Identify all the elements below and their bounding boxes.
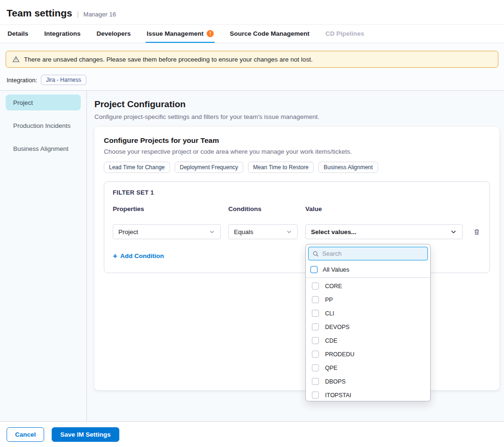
checkbox[interactable] bbox=[312, 351, 319, 358]
option-prodedu[interactable]: PRODEDU bbox=[306, 347, 430, 361]
checkbox[interactable] bbox=[312, 378, 319, 385]
chevron-down-icon bbox=[450, 228, 457, 235]
settings-sidebar: Project Production Incidents Business Al… bbox=[0, 91, 87, 421]
integration-row: Integration: Jira - Harness bbox=[7, 75, 497, 85]
option-devops[interactable]: DEVOPS bbox=[306, 320, 430, 334]
integration-label: Integration: bbox=[7, 77, 37, 84]
tab-source-code-management[interactable]: Source Code Management bbox=[229, 25, 310, 43]
value-placeholder: Select values... bbox=[311, 228, 357, 235]
checkbox[interactable] bbox=[312, 364, 319, 371]
option-qpe[interactable]: QPE bbox=[306, 361, 430, 375]
option-itopstai[interactable]: ITOPSTAI bbox=[306, 388, 430, 401]
chevron-down-icon bbox=[209, 229, 215, 235]
option-all-values[interactable]: All Values bbox=[306, 263, 430, 278]
checkbox[interactable] bbox=[312, 323, 319, 330]
page-header: Team settings | Manager 16 bbox=[0, 0, 504, 24]
checkbox[interactable] bbox=[312, 282, 319, 290]
tab-integrations[interactable]: Integrations bbox=[43, 25, 81, 43]
trash-icon bbox=[473, 228, 481, 236]
settings-tabbar: Details Integrations Developers Issue Ma… bbox=[0, 24, 504, 43]
option-core[interactable]: CORE bbox=[306, 279, 430, 293]
search-icon bbox=[312, 251, 319, 257]
save-im-settings-button[interactable]: Save IM Settings bbox=[52, 427, 119, 442]
checkbox[interactable] bbox=[312, 337, 319, 344]
chip-mean-time-to-restore[interactable]: Mean Time to Restore bbox=[248, 162, 314, 173]
checkbox-all-values[interactable] bbox=[310, 266, 318, 273]
option-cde[interactable]: CDE bbox=[306, 334, 430, 347]
option-cli[interactable]: CLI bbox=[306, 306, 430, 320]
team-name-label: Manager 16 bbox=[84, 11, 116, 18]
value-dropdown-panel: All Values CORE PP CLI DEVOPS CDE PRODED… bbox=[305, 244, 431, 401]
dropdown-options-list[interactable]: CORE PP CLI DEVOPS CDE PRODEDU QPE DBOPS… bbox=[306, 278, 430, 401]
value-column-header: Value bbox=[305, 205, 463, 212]
warning-triangle-icon bbox=[12, 55, 20, 63]
card-title: Configure Projects for your Team bbox=[104, 136, 490, 145]
sidebar-item-business-alignment[interactable]: Business Alignment bbox=[6, 141, 81, 157]
filter-column-headers: Properties Conditions Value bbox=[113, 205, 481, 212]
action-footer: Cancel Save IM Settings bbox=[0, 421, 504, 447]
dropdown-search-box bbox=[308, 247, 428, 260]
option-pp[interactable]: PP bbox=[306, 293, 430, 306]
filter-set-title: FILTER SET 1 bbox=[113, 189, 481, 196]
cancel-button[interactable]: Cancel bbox=[7, 427, 44, 442]
metric-chips-row: Lead Time for Change Deployment Frequenc… bbox=[104, 162, 490, 173]
conditions-select[interactable]: Equals bbox=[228, 224, 298, 239]
unsaved-changes-banner: There are unsaved changes. Please save t… bbox=[6, 51, 498, 68]
configure-projects-card: Configure Projects for your Team Choose … bbox=[94, 127, 499, 390]
chip-deployment-frequency[interactable]: Deployment Frequency bbox=[175, 162, 243, 173]
tab-cd-pipelines: CD Pipelines bbox=[325, 25, 365, 43]
section-title: Project Configuration bbox=[94, 99, 499, 110]
tab-issue-management[interactable]: Issue Management ! bbox=[146, 25, 215, 43]
tab-developers[interactable]: Developers bbox=[96, 25, 132, 43]
tab-details[interactable]: Details bbox=[7, 25, 29, 43]
card-subtitle: Choose your respective project or code a… bbox=[104, 148, 490, 155]
chip-lead-time-for-change[interactable]: Lead Time for Change bbox=[104, 162, 170, 173]
banner-text: There are unsaved changes. Please save t… bbox=[24, 56, 313, 63]
filter-set-1: FILTER SET 1 Properties Conditions Value… bbox=[104, 181, 490, 273]
checkbox[interactable] bbox=[312, 392, 319, 399]
delete-condition-button[interactable] bbox=[470, 225, 483, 238]
properties-select[interactable]: Project bbox=[113, 224, 221, 239]
page-title: Team settings bbox=[7, 8, 72, 19]
notice-section: There are unsaved changes. Please save t… bbox=[0, 43, 504, 90]
checkbox[interactable] bbox=[312, 310, 319, 317]
team-settings-page: Team settings | Manager 16 Details Integ… bbox=[0, 0, 504, 447]
content-area: Project Production Incidents Business Al… bbox=[0, 90, 504, 421]
title-divider: | bbox=[77, 10, 79, 18]
unsaved-alert-badge-icon: ! bbox=[207, 30, 214, 37]
main-panel: Project Configuration Configure project-… bbox=[87, 91, 504, 421]
value-multiselect[interactable]: Select values... bbox=[305, 224, 463, 239]
chip-business-alignment[interactable]: Business Alignment bbox=[318, 162, 378, 173]
sidebar-item-production-incidents[interactable]: Production Incidents bbox=[6, 118, 81, 133]
integration-chip-jira-harness[interactable]: Jira - Harness bbox=[41, 75, 86, 85]
conditions-column-header: Conditions bbox=[228, 205, 298, 212]
filter-condition-row: Project Equals bbox=[113, 224, 481, 239]
checkbox[interactable] bbox=[312, 296, 319, 303]
conditions-selected-value: Equals bbox=[234, 228, 253, 235]
properties-column-header: Properties bbox=[113, 205, 221, 212]
plus-icon: + bbox=[113, 252, 117, 260]
sidebar-item-project[interactable]: Project bbox=[6, 94, 81, 110]
option-dbops[interactable]: DBOPS bbox=[306, 375, 430, 388]
section-subtitle: Configure project-specific settings and … bbox=[94, 113, 499, 120]
chevron-down-icon bbox=[286, 229, 292, 235]
properties-selected-value: Project bbox=[118, 228, 138, 235]
search-input[interactable] bbox=[322, 250, 424, 257]
add-condition-button[interactable]: + Add Condition bbox=[113, 252, 164, 260]
